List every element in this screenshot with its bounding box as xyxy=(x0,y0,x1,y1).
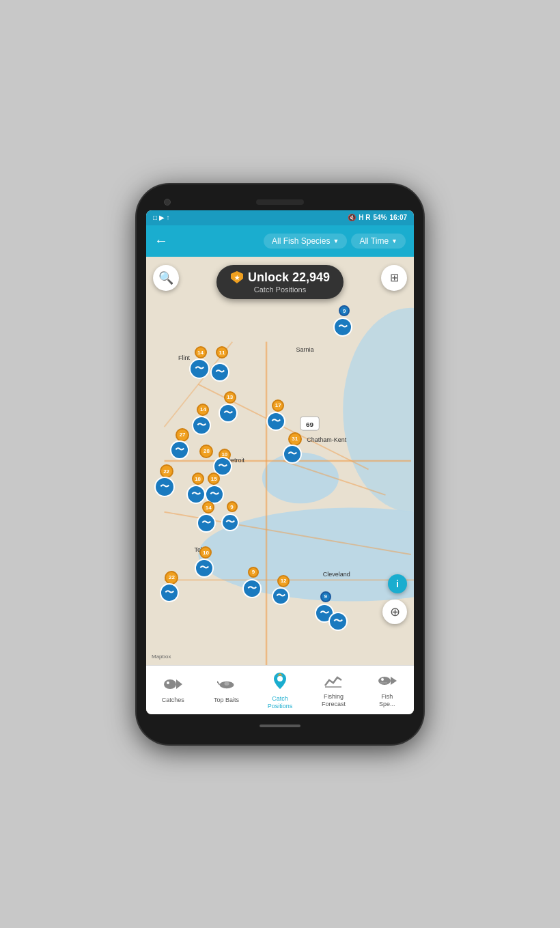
marker-wave-1: 〜 xyxy=(189,358,210,379)
species-dropdown[interactable]: All Fish Species ▼ xyxy=(264,234,347,249)
time-label: All Time xyxy=(359,236,389,246)
svg-point-24 xyxy=(378,677,391,685)
marker-28[interactable]: 28 xyxy=(199,445,213,458)
shield-icon: ★ xyxy=(230,270,244,284)
marker-14a[interactable]: 14 xyxy=(195,346,207,358)
signal-text: H R xyxy=(359,214,370,221)
fishing-forecast-icon xyxy=(324,673,343,691)
target-button[interactable]: ⊕ xyxy=(382,600,407,624)
bottom-tab-bar: Catches Top Baits xyxy=(146,665,414,714)
back-button[interactable]: ← xyxy=(154,233,175,249)
marker-wave-18: 〜 xyxy=(272,587,290,605)
phone-bottom xyxy=(146,720,414,732)
catch-positions-label: CatchPositions xyxy=(268,695,293,710)
marker-27[interactable]: 27 xyxy=(176,428,189,442)
marker-wave-2: 〜 xyxy=(210,363,229,382)
marker-wave-15: 〜 xyxy=(195,559,214,578)
camera xyxy=(164,199,171,206)
marker-17[interactable]: 17 xyxy=(272,399,284,412)
time-text: 16:07 xyxy=(389,214,407,221)
search-icon: 🔍 xyxy=(158,270,173,285)
top-baits-icon xyxy=(217,677,236,694)
marker-wave-7: 〜 xyxy=(170,440,189,460)
svg-text:★: ★ xyxy=(234,275,240,281)
top-baits-label: Top Baits xyxy=(214,697,239,704)
marker-9b[interactable]: 9 xyxy=(227,501,238,512)
marker-31[interactable]: 31 xyxy=(288,432,302,446)
app-bar: ← All Fish Species ▼ All Time ▼ xyxy=(146,225,414,257)
marker-wave-11: 〜 xyxy=(186,485,206,504)
marker-12[interactable]: 12 xyxy=(277,575,290,587)
map-area[interactable]: 69 Flint Detroit Sarnia Chatham-Kent Cle… xyxy=(146,257,414,665)
battery-text: 54% xyxy=(373,214,387,221)
svg-point-15 xyxy=(164,679,176,689)
species-caret: ▼ xyxy=(333,238,339,244)
phone-top xyxy=(146,197,414,210)
svg-marker-16 xyxy=(176,679,182,689)
layers-icon: ⊞ xyxy=(390,271,399,284)
tab-fishing-forecast[interactable]: FishingForecast xyxy=(307,666,360,714)
catches-label: Catches xyxy=(162,697,184,704)
phone-device: □ ▶ ↑ 🔇 H R 54% 16:07 ← All Fish Species… xyxy=(137,184,423,744)
marker-18[interactable]: 18 xyxy=(192,473,204,485)
marker-wave-16: 〜 xyxy=(160,583,179,602)
time-dropdown[interactable]: All Time ▼ xyxy=(351,234,406,249)
fishing-forecast-label: FishingForecast xyxy=(322,693,346,708)
marker-wave-20: 〜 xyxy=(328,612,348,631)
search-button[interactable]: 🔍 xyxy=(153,265,179,291)
info-icon: i xyxy=(396,578,399,589)
marker-wave-6: 〜 xyxy=(266,412,285,431)
unlock-sub: Catch Positions xyxy=(254,285,306,294)
tab-catch-positions[interactable]: CatchPositions xyxy=(253,666,307,714)
time-caret: ▼ xyxy=(391,238,397,244)
tab-fish-species[interactable]: FishSpe... xyxy=(361,666,414,714)
svg-line-19 xyxy=(217,681,220,685)
notification-icons: □ ▶ ↑ xyxy=(153,214,170,221)
marker-wave-14: 〜 xyxy=(221,514,239,531)
marker-9c[interactable]: 9 xyxy=(248,567,259,578)
marker-wave-4: 〜 xyxy=(219,404,238,423)
marker-wave-9: 〜 xyxy=(283,445,302,464)
svg-marker-25 xyxy=(391,677,397,685)
speaker xyxy=(256,199,304,205)
mute-icon: 🔇 xyxy=(348,214,356,221)
unlock-banner[interactable]: ★ Unlock 22,949 Catch Positions xyxy=(216,265,344,299)
tab-top-baits[interactable]: Top Baits xyxy=(199,666,253,714)
marker-9d[interactable]: 9 xyxy=(320,591,331,602)
status-left: □ ▶ ↑ xyxy=(153,214,170,221)
tab-catches[interactable]: Catches xyxy=(146,666,199,714)
marker-wave-10: 〜 xyxy=(154,477,175,497)
status-bar: □ ▶ ↑ 🔇 H R 54% 16:07 xyxy=(146,210,414,225)
target-icon: ⊕ xyxy=(390,604,400,619)
layers-button[interactable]: ⊞ xyxy=(381,265,407,291)
phone-screen: □ ▶ ↑ 🔇 H R 54% 16:07 ← All Fish Species… xyxy=(146,210,414,714)
fish-species-icon xyxy=(378,673,397,691)
app-bar-center: All Fish Species ▼ All Time ▼ xyxy=(264,234,406,249)
svg-point-21 xyxy=(277,676,283,681)
unlock-title: ★ Unlock 22,949 xyxy=(230,270,330,285)
marker-13[interactable]: 13 xyxy=(224,391,236,404)
fish-species-label: FishSpe... xyxy=(379,693,395,708)
marker-wave-5: 〜 xyxy=(192,416,211,435)
species-label: All Fish Species xyxy=(272,236,330,246)
info-button[interactable]: i xyxy=(388,574,407,593)
catches-icon xyxy=(163,677,182,694)
status-right: 🔇 H R 54% 16:07 xyxy=(348,214,407,221)
svg-point-26 xyxy=(381,678,384,681)
svg-text:69: 69 xyxy=(306,421,314,428)
svg-point-20 xyxy=(224,682,229,686)
catch-positions-icon xyxy=(272,671,288,693)
svg-point-17 xyxy=(167,681,169,684)
svg-point-2 xyxy=(262,452,339,503)
home-indicator xyxy=(260,725,300,727)
marker-11[interactable]: 11 xyxy=(216,346,228,358)
marker-wave-17: 〜 xyxy=(242,579,262,598)
unlock-count: Unlock 22,949 xyxy=(248,270,330,285)
